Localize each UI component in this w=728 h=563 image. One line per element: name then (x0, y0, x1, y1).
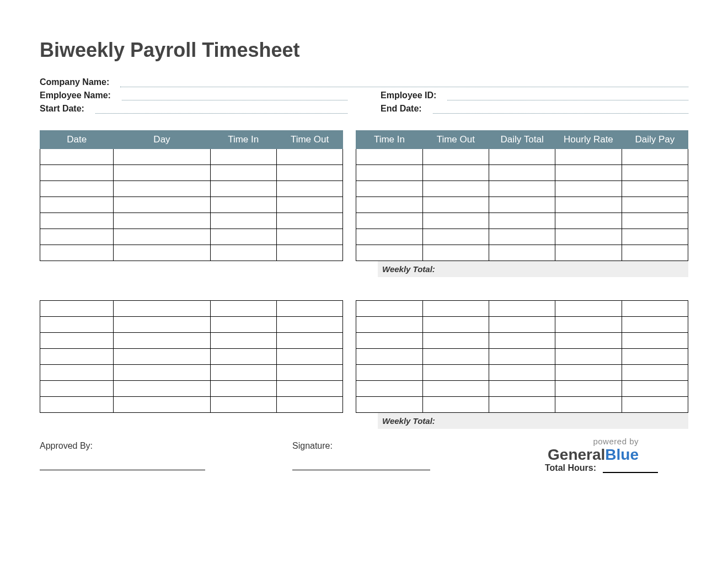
cell[interactable] (489, 317, 555, 333)
cell[interactable] (276, 149, 342, 165)
cell[interactable] (210, 381, 276, 397)
cell[interactable] (343, 165, 356, 181)
cell[interactable] (422, 197, 489, 213)
cell[interactable] (489, 397, 555, 413)
cell[interactable] (343, 301, 356, 317)
cell[interactable] (622, 317, 688, 333)
cell[interactable] (489, 301, 555, 317)
cell[interactable] (356, 397, 422, 413)
cell[interactable] (343, 245, 356, 261)
cell[interactable] (276, 381, 342, 397)
cell[interactable] (622, 301, 688, 317)
cell[interactable] (555, 381, 622, 397)
cell[interactable] (422, 301, 489, 317)
cell[interactable] (356, 365, 422, 381)
cell[interactable] (422, 181, 489, 197)
cell[interactable] (276, 245, 342, 261)
cell[interactable] (40, 165, 114, 181)
cell[interactable] (210, 333, 276, 349)
cell[interactable] (489, 365, 555, 381)
cell[interactable] (422, 381, 489, 397)
cell[interactable] (356, 165, 422, 181)
cell[interactable] (343, 333, 356, 349)
cell[interactable] (555, 213, 622, 229)
cell[interactable] (210, 349, 276, 365)
cell[interactable] (276, 301, 342, 317)
cell[interactable] (622, 181, 688, 197)
cell[interactable] (210, 165, 276, 181)
cell[interactable] (622, 245, 688, 261)
cell[interactable] (114, 181, 210, 197)
cell[interactable] (422, 245, 489, 261)
cell[interactable] (622, 397, 688, 413)
signature-field[interactable] (292, 470, 430, 470)
cell[interactable] (622, 197, 688, 213)
cell[interactable] (343, 349, 356, 365)
cell[interactable] (40, 301, 114, 317)
cell[interactable] (343, 317, 356, 333)
cell[interactable] (555, 301, 622, 317)
cell[interactable] (40, 213, 114, 229)
cell[interactable] (210, 397, 276, 413)
cell[interactable] (276, 333, 342, 349)
cell[interactable] (114, 333, 210, 349)
cell[interactable] (422, 149, 489, 165)
cell[interactable] (114, 397, 210, 413)
cell[interactable] (276, 365, 342, 381)
cell[interactable] (622, 333, 688, 349)
cell[interactable] (276, 165, 342, 181)
cell[interactable] (276, 197, 342, 213)
cell[interactable] (40, 229, 114, 245)
cell[interactable] (40, 317, 114, 333)
cell[interactable] (622, 229, 688, 245)
cell[interactable] (422, 165, 489, 181)
cell[interactable] (343, 397, 356, 413)
total-hours-field[interactable] (603, 463, 658, 473)
cell[interactable] (489, 381, 555, 397)
cell[interactable] (343, 149, 356, 165)
cell[interactable] (622, 213, 688, 229)
cell[interactable] (114, 301, 210, 317)
cell[interactable] (114, 365, 210, 381)
approved-by-field[interactable] (40, 470, 205, 470)
cell[interactable] (276, 213, 342, 229)
cell[interactable] (489, 213, 555, 229)
cell[interactable] (489, 333, 555, 349)
cell[interactable] (210, 213, 276, 229)
cell[interactable] (356, 381, 422, 397)
cell[interactable] (555, 365, 622, 381)
cell[interactable] (489, 349, 555, 365)
cell[interactable] (555, 165, 622, 181)
start-date-field[interactable] (95, 104, 347, 114)
cell[interactable] (114, 317, 210, 333)
cell[interactable] (356, 301, 422, 317)
cell[interactable] (489, 229, 555, 245)
cell[interactable] (343, 229, 356, 245)
cell[interactable] (210, 149, 276, 165)
cell[interactable] (356, 317, 422, 333)
cell[interactable] (622, 381, 688, 397)
cell[interactable] (555, 229, 622, 245)
cell[interactable] (343, 213, 356, 229)
cell[interactable] (210, 197, 276, 213)
cell[interactable] (422, 213, 489, 229)
cell[interactable] (356, 349, 422, 365)
cell[interactable] (210, 365, 276, 381)
cell[interactable] (555, 181, 622, 197)
cell[interactable] (422, 229, 489, 245)
cell[interactable] (210, 245, 276, 261)
cell[interactable] (422, 349, 489, 365)
cell[interactable] (40, 365, 114, 381)
cell[interactable] (276, 317, 342, 333)
cell[interactable] (422, 365, 489, 381)
cell[interactable] (622, 165, 688, 181)
cell[interactable] (622, 149, 688, 165)
cell[interactable] (489, 181, 555, 197)
cell[interactable] (422, 397, 489, 413)
cell[interactable] (489, 245, 555, 261)
cell[interactable] (40, 333, 114, 349)
cell[interactable] (555, 317, 622, 333)
cell[interactable] (622, 365, 688, 381)
cell[interactable] (356, 229, 422, 245)
cell[interactable] (343, 181, 356, 197)
